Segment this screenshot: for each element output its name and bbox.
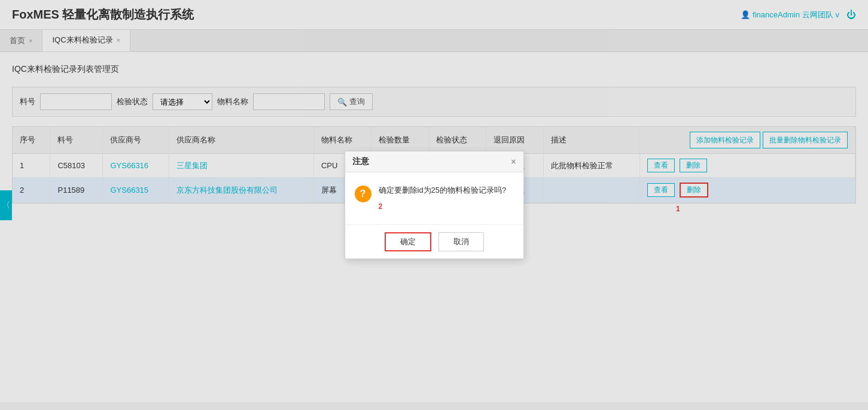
modal-footer: 确定 取消: [345, 224, 523, 259]
cancel-button[interactable]: 取消: [438, 232, 484, 251]
confirm-dialog: 注意 × ? 确定要删除id为25的物料检验记录吗? 2 确定 取消: [345, 151, 524, 260]
question-icon: ?: [355, 186, 371, 202]
modal-body: ? 确定要删除id为25的物料检验记录吗? 2: [345, 172, 523, 225]
modal-overlay: 注意 × ? 确定要删除id为25的物料检验记录吗? 2 确定 取消: [0, 0, 868, 402]
modal-close-icon[interactable]: ×: [511, 157, 516, 166]
annotation-2: 2: [379, 202, 383, 211]
confirm-button[interactable]: 确定: [385, 232, 431, 251]
modal-message: 确定要删除id为25的物料检验记录吗? 2: [379, 184, 507, 213]
modal-header: 注意 ×: [345, 151, 523, 172]
modal-title: 注意: [352, 156, 369, 167]
